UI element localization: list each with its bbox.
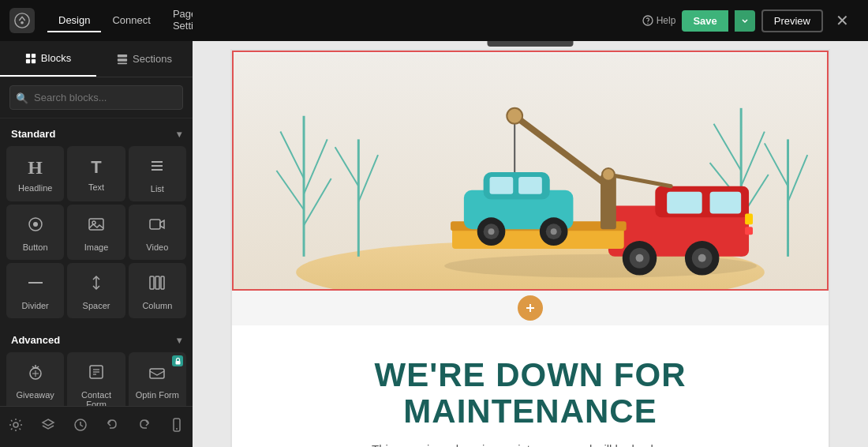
layers-button[interactable] [35, 415, 62, 439]
block-contact-form[interactable]: Contact Form [67, 352, 125, 406]
block-duplicate-button[interactable]: ⧉ [533, 41, 547, 43]
svg-rect-19 [150, 276, 154, 289]
canvas-area: ✥ ⚙ ⧉ 🗑 [193, 41, 868, 447]
undo-button[interactable] [99, 415, 125, 439]
mobile-preview-button[interactable] [163, 415, 190, 439]
main-topbar: Help Save Preview ✕ [193, 0, 868, 41]
svg-rect-5 [32, 58, 36, 62]
add-section-row [232, 291, 829, 325]
svg-point-83 [698, 254, 706, 262]
advanced-section-header[interactable]: Advanced ▾ [0, 325, 193, 352]
block-settings-button[interactable]: ⚙ [513, 41, 529, 43]
svg-point-80 [636, 254, 644, 262]
svg-rect-58 [667, 192, 702, 214]
maintenance-subtitle: This page is undergoing maintenance and … [279, 442, 781, 447]
block-video[interactable]: Video [129, 205, 186, 260]
nav-connect[interactable]: Connect [101, 9, 161, 32]
svg-rect-71 [518, 177, 542, 194]
svg-rect-20 [155, 276, 159, 289]
divider-icon [27, 274, 44, 296]
svg-point-66 [507, 108, 522, 124]
svg-point-74 [488, 228, 495, 235]
block-toolbar: ✥ ⚙ ⧉ 🗑 [488, 41, 574, 47]
hero-image-block[interactable]: ✥ ⚙ ⧉ 🗑 [232, 51, 829, 291]
app-logo[interactable] [9, 8, 35, 33]
video-icon [148, 216, 166, 238]
close-button[interactable]: ✕ [829, 8, 855, 33]
maintenance-text-block: WE'RE DOWN FOR MAINTENANCE This page is … [232, 325, 829, 447]
svg-point-31 [13, 423, 18, 427]
block-list[interactable]: List [129, 146, 186, 201]
block-text[interactable]: T Text [67, 146, 125, 201]
history-button[interactable] [67, 415, 94, 439]
svg-point-1 [21, 21, 24, 24]
nav-page-settings[interactable]: Page Settings [162, 3, 193, 38]
page-canvas: ✥ ⚙ ⧉ 🗑 [230, 49, 830, 447]
column-icon [148, 274, 166, 296]
main-nav: Design Connect Page Settings [47, 3, 193, 38]
search-input[interactable] [9, 85, 183, 110]
svg-rect-59 [710, 192, 742, 214]
block-giveaway[interactable]: Giveaway [6, 352, 64, 406]
svg-rect-3 [32, 53, 36, 57]
search-area: 🔍 [0, 77, 193, 118]
svg-point-77 [551, 228, 557, 235]
svg-rect-21 [161, 276, 164, 289]
button-icon [27, 216, 44, 238]
block-delete-button[interactable]: 🗑 [550, 41, 567, 43]
svg-point-0 [15, 13, 29, 28]
svg-rect-6 [118, 54, 127, 57]
advanced-collapse-icon: ▾ [177, 335, 181, 346]
svg-rect-4 [26, 58, 30, 62]
text-icon: T [91, 157, 101, 178]
block-button[interactable]: Button [6, 205, 64, 260]
save-button[interactable]: Save [682, 10, 728, 32]
help-label: Help [657, 15, 676, 26]
svg-point-13 [33, 222, 38, 227]
lock-badge [172, 355, 183, 366]
tab-blocks[interactable]: Blocks [0, 41, 96, 77]
block-divider[interactable]: Divider [6, 263, 64, 318]
maintenance-title: WE'RE DOWN FOR MAINTENANCE [279, 357, 781, 430]
block-headline[interactable]: H Headline [6, 146, 64, 201]
block-image[interactable]: Image [67, 205, 125, 260]
preview-button[interactable]: Preview [761, 9, 823, 32]
image-icon [88, 216, 105, 238]
standard-section-header[interactable]: Standard ▾ [0, 118, 193, 146]
sidebar-tab-bar: Blocks Sections [0, 41, 193, 77]
save-dropdown-button[interactable] [735, 10, 755, 32]
svg-rect-8 [118, 62, 127, 64]
svg-rect-2 [26, 53, 30, 57]
svg-rect-7 [118, 58, 127, 62]
block-column[interactable]: Column [129, 263, 186, 318]
svg-rect-14 [89, 219, 103, 230]
block-spacer[interactable]: Spacer [67, 263, 125, 318]
spacer-icon [88, 274, 105, 296]
headline-icon: H [28, 157, 43, 178]
tow-truck-image [234, 52, 827, 289]
bottom-toolbar [0, 406, 193, 447]
main-content: Help Save Preview ✕ ✥ ⚙ ⧉ [193, 0, 868, 447]
contact-form-icon [88, 363, 105, 385]
block-move-button[interactable]: ✥ [494, 41, 510, 43]
nav-design[interactable]: Design [47, 9, 101, 32]
svg-rect-70 [490, 177, 514, 194]
tab-sections[interactable]: Sections [96, 41, 193, 77]
redo-button[interactable] [131, 415, 158, 439]
optin-form-icon [148, 363, 166, 385]
svg-rect-85 [745, 227, 753, 235]
standard-collapse-icon: ▾ [177, 129, 181, 140]
add-section-button[interactable] [518, 295, 543, 321]
block-optin-form[interactable]: Optin Form [129, 352, 186, 406]
settings-button[interactable] [2, 415, 29, 439]
svg-rect-84 [745, 213, 753, 224]
blocks-area: Standard ▾ H Headline T Text [0, 118, 193, 406]
svg-point-67 [602, 168, 615, 181]
advanced-blocks-grid: Giveaway Contact Form [0, 352, 193, 406]
svg-rect-16 [150, 220, 160, 229]
svg-point-34 [176, 428, 178, 430]
svg-rect-30 [175, 361, 180, 365]
search-icon: 🔍 [16, 92, 28, 103]
help-button[interactable]: Help [642, 15, 676, 26]
list-icon [148, 157, 166, 179]
